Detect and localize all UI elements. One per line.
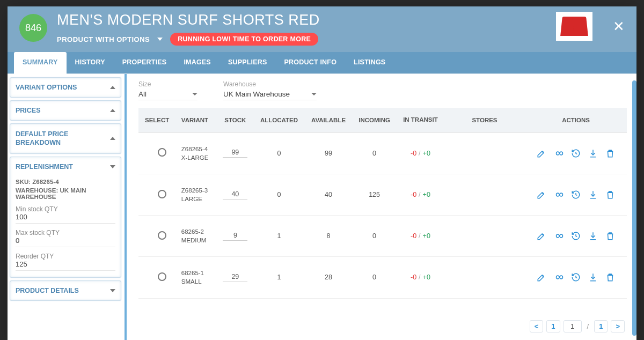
- variants-table: SELECT VARIANT STOCK ALLOCATED AVAILABLE…: [138, 108, 627, 299]
- panel-label: REPLENISHMENT: [16, 163, 73, 171]
- row-actions: [528, 231, 624, 241]
- col-available: AVAILABLE: [305, 108, 353, 132]
- download-icon[interactable]: [588, 149, 598, 158]
- available-value: 99: [305, 132, 353, 174]
- available-value: 28: [305, 257, 353, 298]
- chevron-down-icon: [110, 289, 115, 292]
- download-icon[interactable]: [588, 272, 598, 282]
- product-title: MEN'S MODERN SURF SHORTS RED: [57, 12, 546, 28]
- pager-page-1[interactable]: 1: [546, 320, 560, 332]
- product-id-badge: 846: [19, 14, 47, 42]
- allocated-value: 0: [253, 174, 305, 215]
- filter-warehouse-select[interactable]: UK Main Warehouse: [223, 89, 317, 100]
- col-stores: STORES: [444, 108, 525, 132]
- infinity-icon[interactable]: [554, 231, 564, 241]
- tab-bar: SUMMARY HISTORY PROPERTIES IMAGES SUPPLI…: [8, 52, 636, 74]
- modal-header: 846 MEN'S MODERN SURF SHORTS RED PRODUCT…: [8, 6, 636, 46]
- tab-suppliers[interactable]: SUPPLIERS: [219, 52, 276, 73]
- reorder-input[interactable]: 125: [16, 260, 115, 271]
- pager-input[interactable]: [564, 320, 582, 332]
- incoming-value: 125: [352, 174, 396, 215]
- tab-summary[interactable]: SUMMARY: [14, 52, 67, 74]
- download-icon[interactable]: [588, 231, 598, 241]
- chevron-down-icon: [110, 165, 115, 168]
- edit-icon[interactable]: [537, 190, 546, 199]
- row-select-radio[interactable]: [158, 231, 166, 240]
- filter-warehouse-label: Warehouse: [223, 80, 317, 88]
- panel-variant-options[interactable]: VARIANT OPTIONS: [10, 78, 121, 97]
- filter-size-label: Size: [138, 80, 197, 88]
- trash-icon[interactable]: [605, 190, 615, 199]
- chevron-up-icon: [110, 86, 115, 89]
- infinity-icon[interactable]: [554, 149, 564, 158]
- table-row: Z68265-4X-LARGE 99 0 99 0 -0/+0: [138, 132, 627, 174]
- tab-properties[interactable]: PROPERTIES: [114, 52, 175, 73]
- row-actions: [528, 190, 624, 199]
- in-transit-value: -0/+0: [397, 132, 444, 174]
- tab-listings[interactable]: LISTINGS: [345, 52, 394, 73]
- scrollbar[interactable]: [632, 80, 636, 336]
- pager-prev[interactable]: <: [530, 320, 544, 332]
- reorder-label: Reorder QTY: [16, 253, 115, 260]
- history-icon[interactable]: [571, 272, 581, 282]
- filter-size-select[interactable]: All: [138, 89, 197, 100]
- allocated-value: 1: [253, 257, 305, 298]
- edit-icon[interactable]: [537, 231, 546, 241]
- trash-icon[interactable]: [605, 272, 615, 282]
- history-icon[interactable]: [571, 149, 581, 158]
- table-row: Z68265-3LARGE 40 0 40 125 -0/+0: [138, 174, 627, 215]
- tab-product-info[interactable]: PRODUCT INFO: [276, 52, 346, 73]
- row-select-radio[interactable]: [158, 148, 166, 157]
- stores-value: [444, 257, 525, 298]
- dropdown-icon: [311, 93, 317, 95]
- infinity-icon[interactable]: [554, 190, 564, 199]
- select-value: UK Main Warehouse: [223, 90, 290, 98]
- main-content: Size All Warehouse UK Main Warehouse SEL…: [125, 74, 636, 340]
- pager-next[interactable]: >: [611, 320, 625, 332]
- edit-icon[interactable]: [537, 272, 546, 282]
- stock-input[interactable]: 99: [223, 149, 247, 158]
- trash-icon[interactable]: [605, 149, 615, 158]
- chevron-up-icon: [110, 137, 115, 140]
- variant-sku: 68265-1: [181, 269, 214, 277]
- col-in-transit: IN TRANSIT: [397, 108, 444, 132]
- tab-history[interactable]: HISTORY: [67, 52, 114, 73]
- stock-input[interactable]: 40: [223, 190, 247, 199]
- panel-product-details[interactable]: PRODUCT DETAILS: [10, 281, 121, 300]
- max-stock-input[interactable]: 0: [16, 236, 115, 247]
- row-select-radio[interactable]: [158, 190, 166, 198]
- incoming-value: 0: [352, 257, 396, 298]
- history-icon[interactable]: [571, 231, 581, 241]
- pagination: < 1 / 1 >: [138, 316, 627, 337]
- col-actions: ACTIONS: [525, 108, 627, 132]
- variant-name: X-LARGE: [181, 153, 214, 162]
- sku-label: SKU: Z68265-4: [16, 179, 115, 185]
- select-value: All: [138, 90, 147, 98]
- product-type-label: PRODUCT WITH OPTIONS: [57, 35, 150, 43]
- download-icon[interactable]: [588, 190, 598, 199]
- panel-replenishment[interactable]: REPLENISHMENT: [10, 157, 121, 176]
- stock-input[interactable]: 29: [223, 273, 247, 282]
- col-stock: STOCK: [217, 108, 254, 132]
- chevron-down-icon[interactable]: [157, 38, 163, 41]
- panel-label: DEFAULT PRICE BREAKDOWN: [16, 130, 85, 147]
- dropdown-icon: [192, 93, 197, 95]
- panel-prices[interactable]: PRICES: [10, 101, 121, 120]
- variant-sku: 68265-2: [181, 227, 214, 236]
- product-modal: 846 MEN'S MODERN SURF SHORTS RED PRODUCT…: [8, 6, 636, 340]
- tab-images[interactable]: IMAGES: [175, 52, 219, 73]
- edit-icon[interactable]: [537, 149, 546, 158]
- trash-icon[interactable]: [605, 231, 615, 241]
- row-select-radio[interactable]: [158, 272, 166, 281]
- col-allocated: ALLOCATED: [253, 108, 305, 132]
- close-icon[interactable]: ✕: [613, 19, 625, 33]
- variant-sku: Z68265-4: [181, 145, 214, 153]
- panel-default-price[interactable]: DEFAULT PRICE BREAKDOWN: [10, 124, 121, 153]
- min-stock-label: Min stock QTY: [16, 205, 115, 213]
- min-stock-input[interactable]: 100: [16, 213, 115, 224]
- incoming-value: 0: [352, 132, 396, 174]
- stock-input[interactable]: 9: [223, 232, 247, 241]
- infinity-icon[interactable]: [554, 272, 564, 282]
- stores-value: [444, 174, 525, 215]
- history-icon[interactable]: [571, 190, 581, 199]
